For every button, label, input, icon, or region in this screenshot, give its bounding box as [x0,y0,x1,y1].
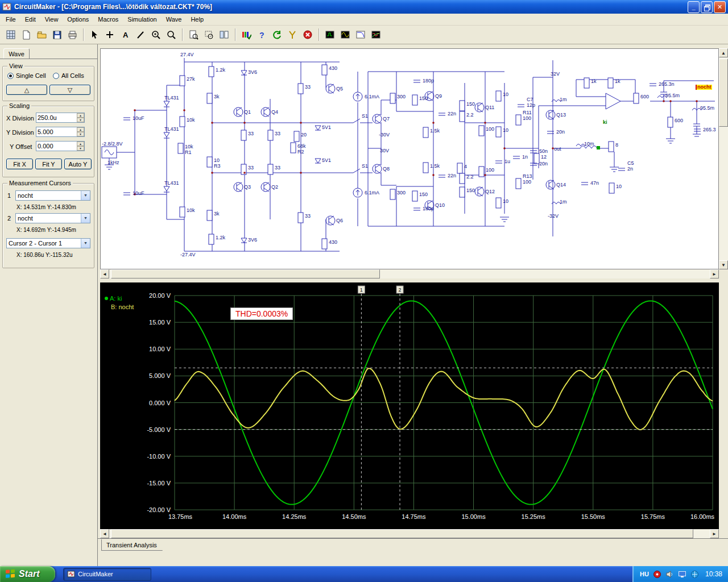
digital-scope-icon [325,30,335,40]
scroll-left-icon[interactable]: ◄ [100,269,109,278]
zoom-in-tool-button[interactable] [149,28,163,42]
start-button[interactable]: Start [0,566,55,582]
cursor1-dropdown-arrow-icon[interactable]: ▼ [81,191,90,200]
arrow-tool-button[interactable] [88,28,102,42]
mixed-mode-button[interactable] [369,28,383,42]
save-file-button[interactable] [50,28,64,42]
tab-wave[interactable]: Wave [3,48,30,59]
tray-network-icon[interactable] [690,570,699,579]
cursor2-dropdown-arrow-icon[interactable]: ▼ [81,214,90,223]
x-tick-label: 15.75ms [641,513,665,520]
stop-simulation-button[interactable] [301,28,315,42]
schematic-label-3k: 3k [214,94,220,99]
auto-y-button[interactable]: Auto Y [64,159,92,169]
y-division-spinner[interactable]: ▲▼ [77,127,84,136]
cursor1-signal-dropdown[interactable]: nocht ▼ [15,190,90,201]
taskbar: Start CircuitMaker HU 10:38 [0,566,728,582]
probe-tool-button[interactable] [286,28,300,42]
open-file-icon [37,30,47,40]
cursor-diff-dropdown-arrow-icon[interactable]: ▼ [81,239,90,248]
scroll-right-icon[interactable]: ► [710,269,719,278]
digital-scope-button[interactable] [323,28,337,42]
scroll-down-icon[interactable]: ▼ [719,260,728,269]
minimize-button[interactable]: _ [688,1,700,13]
tray-antivirus-icon[interactable] [653,570,661,579]
plot-scroll-left-icon[interactable]: ◄ [100,529,109,538]
waveform-plot[interactable]: 1220.00 V15.00 V10.00 V5.000 V0.000 V-5.… [100,282,719,529]
schematic-label-2653n: 265.3n [659,82,675,87]
y-offset-spinner[interactable]: ▲▼ [77,142,84,151]
radio-all-cells[interactable]: All Cells [53,72,84,79]
cursor2-signal-dropdown[interactable]: nocht ▼ [15,213,90,223]
cell-down-button[interactable]: ▽ [49,85,90,95]
menu-item-wave[interactable]: Wave [162,14,187,24]
close-button[interactable]: ✕ [714,1,726,13]
zoom-selection-button[interactable] [202,28,216,42]
scroll-up-icon[interactable]: ▲ [719,48,728,57]
probe-marker-out[interactable] [597,146,600,149]
waveform-window-button[interactable] [338,28,353,42]
schematic-label-22n: 22n [448,173,456,178]
text-tool-button[interactable]: A [118,28,133,42]
schematic-label-2n: 2n [627,167,633,172]
plus-tool-button[interactable] [103,28,117,42]
legend-item-aki: A: ki [105,295,134,302]
zoom-page-button[interactable] [187,28,201,42]
slash-tool-button[interactable] [134,28,148,42]
taskbar-app-circuitmaker[interactable]: CircuitMaker [63,568,151,581]
pan-view-button[interactable] [217,28,231,42]
help-pointer-button[interactable]: ? [255,28,269,42]
taskbar-clock: 10:38 [705,570,722,578]
cursor1-readout: X: 14.531m Y:-14.830m [16,204,76,210]
zoom-tool-button[interactable] [164,28,179,42]
new-file-button[interactable] [19,28,34,42]
menu-item-view[interactable]: View [40,14,63,24]
x-division-spinner[interactable]: ▲▼ [77,113,84,122]
schematic-label-430: 430 [329,66,337,71]
schematic-canvas[interactable]: 27.4V1.2k3V643027k3kQ533TL43110kTL43110u… [100,48,719,269]
text-tool-icon: A [121,30,130,40]
schematic-hscroll-thumb[interactable] [111,269,380,278]
menu-item-edit[interactable]: Edit [20,14,40,24]
up-triangle-icon: △ [24,86,29,94]
parts-browser-button[interactable] [4,28,18,42]
waveform-window-icon [341,30,350,40]
plot-hscroll-thumb[interactable] [111,529,693,538]
open-file-button[interactable] [35,28,49,42]
schematic-label-30v: 30V [380,148,389,153]
schematic-label-1k: 1k [591,79,597,84]
fit-x-button[interactable]: Fit X [6,159,33,169]
circuitmaker-task-icon [67,570,75,578]
bode-plot-button[interactable] [354,28,368,42]
radio-single-cell-icon[interactable] [7,73,14,79]
plot-scroll-right-icon[interactable]: ► [710,529,719,538]
windows-logo-icon [5,568,16,580]
scaling-group-label: Scaling [7,102,31,109]
schematic-label-10k: 10k [185,144,193,149]
tray-display-icon[interactable] [678,570,686,579]
fit-y-button[interactable]: Fit Y [35,159,62,169]
schematic-label-150: 150 [419,96,428,101]
cursor-diff-dropdown[interactable]: Cursor 2 - Cursor 1 ▼ [6,238,90,248]
x-tick-label: 14.50ms [342,513,366,520]
menu-item-help[interactable]: Help [186,14,208,24]
schematic-vscroll-thumb[interactable] [719,59,728,127]
restore-button[interactable] [701,1,713,13]
reset-button[interactable] [270,28,284,42]
menu-item-macros[interactable]: Macros [93,14,123,24]
schematic-label-33: 33 [248,131,254,136]
print-button[interactable] [65,28,80,42]
radio-all-cells-icon[interactable] [53,73,59,79]
run-simulation-button[interactable] [239,28,254,42]
x-tick-label: 14.25ms [282,513,307,520]
tray-volume-icon[interactable] [665,570,674,579]
menu-item-simulation[interactable]: Simulation [123,14,161,24]
cell-up-button[interactable]: △ [6,85,47,95]
menu-item-options[interactable]: Options [63,14,93,24]
tab-transient-analysis[interactable]: Transient Analysis [101,539,163,551]
radio-single-cell[interactable]: Single Cell [7,72,46,79]
language-indicator[interactable]: HU [640,571,649,577]
menu-item-file[interactable]: File [1,14,20,24]
toolbar: A? [0,26,728,44]
schematic-label-274v: -27.4V [180,252,196,257]
